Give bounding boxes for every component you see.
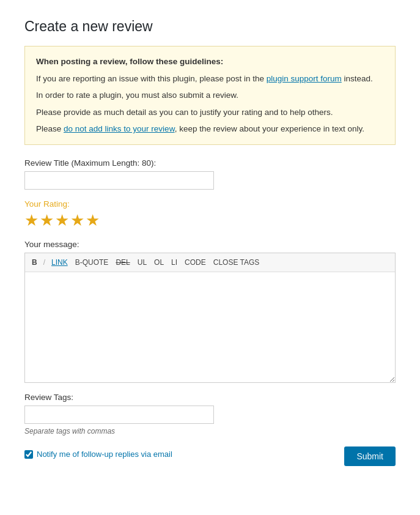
footer-row: Notify me of follow-up replies via email… (24, 446, 396, 466)
guideline-line3: Please provide as much detail as you can… (36, 106, 384, 119)
tags-hint-normal: with commas (70, 427, 115, 435)
guideline-line4-suffix: , keep the review about your experience … (175, 124, 364, 133)
guidelines-box: When posting a review, follow these guid… (24, 46, 396, 145)
no-links-link[interactable]: do not add links to your review (64, 124, 175, 133)
guideline-line2: In order to rate a plugin, you must also… (36, 89, 384, 102)
guideline-line1-suffix: instead. (342, 74, 373, 83)
message-group: Your message: B / LINK B-QUOTE DEL UL OL… (24, 240, 396, 383)
editor-toolbar: B / LINK B-QUOTE DEL UL OL LI CODE CLOSE… (25, 253, 395, 272)
toolbar-bold[interactable]: B (30, 257, 39, 268)
stars-display[interactable]: ★★★★★ (24, 211, 396, 230)
guideline-line1-prefix: If you are reporting an issue with this … (36, 74, 267, 83)
message-label: Your message: (24, 240, 396, 249)
rating-label: Your Rating: (24, 199, 396, 209)
title-input[interactable] (24, 171, 214, 190)
tags-label: Review Tags: (24, 393, 396, 402)
toolbar-sep1: / (43, 258, 46, 267)
submit-button[interactable]: Submit (344, 446, 396, 466)
toolbar-bquote[interactable]: B-QUOTE (73, 257, 111, 268)
tags-input[interactable] (24, 406, 214, 424)
page-title: Create a new review (24, 18, 396, 35)
guidelines-heading: When posting a review, follow these guid… (36, 57, 223, 66)
tags-group: Review Tags: Separate tags with commas (24, 393, 396, 435)
toolbar-ul[interactable]: UL (136, 257, 149, 268)
toolbar-del[interactable]: DEL (114, 257, 131, 268)
toolbar-code[interactable]: CODE (183, 257, 208, 268)
tags-hint: Separate tags with commas (24, 427, 396, 435)
message-textarea[interactable] (25, 272, 395, 382)
rating-group: Your Rating: ★★★★★ (24, 199, 396, 230)
editor-wrapper: B / LINK B-QUOTE DEL UL OL LI CODE CLOSE… (24, 253, 396, 383)
plugin-support-forum-link[interactable]: plugin support forum (267, 74, 342, 83)
guideline-line4-prefix: Please (36, 124, 64, 133)
toolbar-link[interactable]: LINK (50, 257, 70, 268)
notify-label[interactable]: Notify me of follow-up replies via email (24, 450, 172, 459)
title-label: Review Title (Maximum Length: 80): (24, 158, 396, 168)
notify-checkbox[interactable] (24, 450, 33, 459)
notify-text: Notify me of follow-up replies via email (37, 450, 172, 459)
toolbar-ol[interactable]: OL (152, 257, 166, 268)
toolbar-closetags[interactable]: CLOSE TAGS (212, 257, 262, 268)
tags-hint-italic: Separate tags (24, 427, 70, 435)
toolbar-li[interactable]: LI (169, 257, 179, 268)
title-group: Review Title (Maximum Length: 80): (24, 158, 396, 190)
